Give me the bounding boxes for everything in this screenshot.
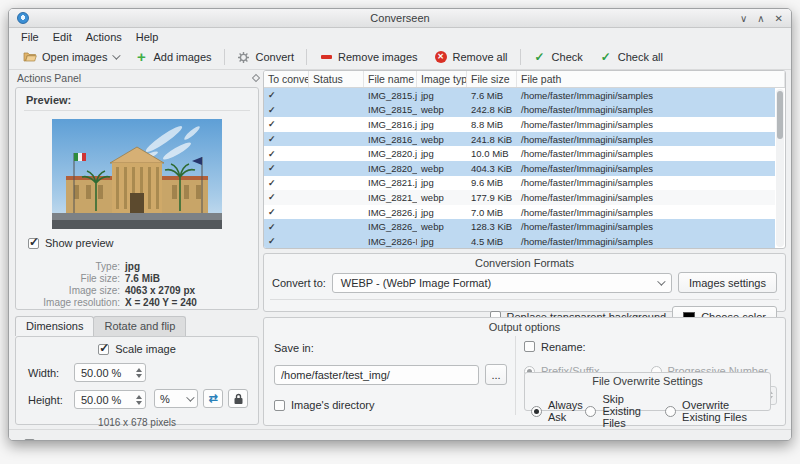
close-button[interactable]: ✕ [775,9,783,28]
row-file-name: IMG_2816_co... [364,134,417,145]
row-convert-checkbox[interactable]: ✓ [264,178,309,188]
row-convert-checkbox[interactable]: ✓ [264,163,309,173]
table-row[interactable]: ✓IMG_2816_co...webp241.8 KiB/home/faster… [264,132,775,147]
table-row[interactable]: ✓IMG_2821_co...webp177.9 KiB/home/faster… [264,190,775,205]
radio-button [531,406,542,417]
toolbar-separator [520,49,521,65]
save-in-input[interactable] [274,365,479,385]
col-image-type[interactable]: Image type [417,71,467,87]
show-preview-checkbox[interactable]: Show preview [28,237,113,249]
skip-existing-files-radio[interactable]: Skip Existing Files [585,393,665,429]
col-status[interactable]: Status [309,71,364,87]
table-row[interactable]: ✓IMG_2816.jpgjpg8.8 MiB/home/faster/Imma… [264,117,775,132]
unit-select[interactable]: % [154,389,198,408]
row-file-path: /home/faster/Immagini/samples [517,148,775,159]
rename-checkbox[interactable]: Rename: [524,341,586,353]
spinner-arrows-icon[interactable] [136,395,142,405]
menu-edit[interactable]: Edit [47,30,78,44]
row-convert-checkbox[interactable]: ✓ [264,90,309,100]
always-ask-radio[interactable]: Always Ask [531,393,585,429]
table-row[interactable]: ✓IMG_2820_co...webp404.3 KiB/home/faster… [264,161,775,176]
width-label: Width: [28,367,68,379]
refresh-icon: ⇄ [208,393,217,404]
menu-help[interactable]: Help [130,30,165,44]
table-row[interactable]: ✓IMG_2826.jpgjpg7.0 MiB/home/faster/Imma… [264,205,775,220]
image-info: Type: jpg File size: 7.6 MiB Image size:… [24,261,250,308]
table-body: ✓IMG_2815.jpgjpg7.6 MiB/home/faster/Imma… [264,88,775,248]
minimize-button[interactable]: ∨ [740,9,747,28]
check-all-button[interactable]: ✓ Check all [591,48,671,66]
scrollbar-thumb[interactable] [777,91,783,139]
scale-image-checkbox[interactable]: Scale image [98,343,176,355]
row-image-type: jpg [417,207,467,218]
menu-actions[interactable]: Actions [80,30,128,44]
convert-to-label: Convert to: [272,277,326,289]
remove-all-button[interactable]: ✕ Remove all [426,48,516,66]
col-to-convert[interactable]: To convert [264,71,309,87]
table-row[interactable]: ✓IMG_2815_co...webp242.8 KiB/home/faster… [264,103,775,118]
col-file-path[interactable]: File path [517,71,785,87]
row-image-type: jpg [417,90,467,101]
toolbar-separator [306,49,307,65]
row-convert-checkbox[interactable]: ✓ [264,149,309,159]
conversion-formats-group: Conversion Formats Convert to: WEBP - (W… [263,253,786,312]
row-convert-checkbox[interactable]: ✓ [264,207,309,217]
format-select[interactable]: WEBP - (WebP Image Format) [332,273,672,293]
chevron-down-icon [186,393,194,401]
table-row[interactable]: ✓IMG_2826-M...jpg4.5 MiB/home/faster/Imm… [264,234,775,249]
convert-button[interactable]: Convert [229,48,303,66]
remove-images-button[interactable]: Remove images [311,48,425,66]
reset-dimensions-button[interactable]: ⇄ [203,389,223,408]
row-convert-checkbox[interactable]: ✓ [264,222,309,232]
table-scrollbar[interactable] [776,89,784,247]
tab-dimensions[interactable]: Dimensions [15,316,94,336]
col-file-name[interactable]: File name [364,71,417,87]
row-file-name: IMG_2821.jpg [364,177,417,188]
checkbox-box [524,341,535,352]
titlebar[interactable]: Converseen ∨ ∧ ✕ [9,9,791,28]
row-image-type: jpg [417,177,467,188]
output-options-group: Output options Save in: ... Image's dire… [263,317,786,426]
table-row[interactable]: ✓IMG_2821.jpgjpg9.6 MiB/home/faster/Imma… [264,176,775,191]
table-row[interactable]: ✓IMG_2815.jpgjpg7.6 MiB/home/faster/Imma… [264,88,775,103]
overwrite-existing-files-radio[interactable]: Overwrite Existing Files [665,393,764,429]
row-file-name: IMG_2816.jpg [364,119,417,130]
row-file-path: /home/faster/Immagini/samples [517,236,775,247]
file-size-value: 7.6 MiB [125,273,250,284]
row-file-size: 8.8 MiB [467,119,517,130]
maximize-button[interactable]: ∧ [757,9,764,28]
col-file-size[interactable]: File size [467,71,517,87]
divider [270,299,779,300]
images-settings-button[interactable]: Images settings [678,272,777,293]
dimensions-tab-content: Scale image Width: 50.00 % Height: [15,336,259,425]
menu-file[interactable]: File [15,30,45,44]
lock-ratio-button[interactable] [228,389,248,408]
browse-button[interactable]: ... [485,364,507,385]
row-file-name: IMG_2821_co... [364,192,417,203]
row-file-path: /home/faster/Immagini/samples [517,104,775,115]
float-panel-icon[interactable] [252,74,260,82]
image-size-value: 4063 x 2709 px [125,285,250,296]
row-file-name: IMG_2820.jpg [364,148,417,159]
check-button[interactable]: ✓ Check [525,48,591,66]
row-image-type: jpg [417,119,467,130]
tab-rotate-and-flip[interactable]: Rotate and flip [93,316,186,336]
height-spinbox[interactable]: 50.00 % [74,390,146,409]
main-content: Actions Panel Preview: [9,70,791,429]
open-images-button[interactable]: Open images [15,48,126,66]
row-convert-checkbox[interactable]: ✓ [264,236,309,246]
maintain-aspect-ratio-checkbox[interactable]: Mantain aspect ratio [24,439,140,442]
resolution-label: Image resolution: [24,297,120,308]
images-directory-checkbox[interactable]: Image's directory [274,399,374,411]
row-convert-checkbox[interactable]: ✓ [264,119,309,129]
add-plus-icon: + [134,50,148,64]
row-convert-checkbox[interactable]: ✓ [264,134,309,144]
row-convert-checkbox[interactable]: ✓ [264,192,309,202]
add-images-button[interactable]: + Add images [126,48,219,66]
spinner-arrows-icon[interactable] [136,368,142,378]
table-row[interactable]: ✓IMG_2826_co...webp128.3 KiB/home/faster… [264,219,775,234]
table-row[interactable]: ✓IMG_2820.jpgjpg10.0 MiB/home/faster/Imm… [264,146,775,161]
width-spinbox[interactable]: 50.00 % [74,363,146,382]
row-convert-checkbox[interactable]: ✓ [264,105,309,115]
row-file-size: 9.6 MiB [467,177,517,188]
